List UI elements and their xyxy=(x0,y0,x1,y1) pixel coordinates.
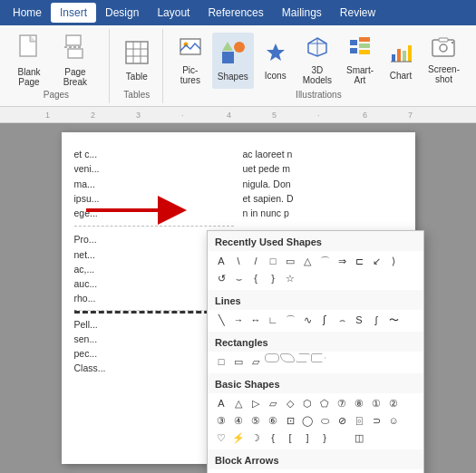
shape-star[interactable]: ☆ xyxy=(282,270,298,286)
svg-rect-28 xyxy=(432,40,454,56)
svg-marker-13 xyxy=(222,42,233,51)
basic-3[interactable]: ▷ xyxy=(248,395,264,411)
shape-line1[interactable]: \ xyxy=(230,253,247,269)
rect-3[interactable]: ▱ xyxy=(248,353,264,370)
shape-rounded-rect[interactable]: ▭ xyxy=(282,253,298,269)
icons-button[interactable]: Icons xyxy=(257,33,294,89)
screenshot-button[interactable]: Screen-shot xyxy=(423,33,465,89)
main-area: et c... veni... ma... ipsu... ege... Pro… xyxy=(0,123,476,473)
svg-rect-20 xyxy=(359,43,370,48)
basic-6[interactable]: ⬡ xyxy=(299,395,316,411)
basic-24[interactable]: ⚡ xyxy=(230,430,247,446)
icons-icon xyxy=(265,42,287,69)
shape-angle[interactable]: ⟩ xyxy=(385,253,402,269)
basic-12[interactable]: ③ xyxy=(213,412,229,429)
shape-brace-close[interactable]: } xyxy=(265,270,281,286)
line-dbl-arrow[interactable]: ↔ xyxy=(248,312,264,328)
basic-18[interactable]: ⬭ xyxy=(316,412,333,429)
shape-textbox[interactable]: A xyxy=(213,253,229,269)
basic-23[interactable]: ♡ xyxy=(213,430,229,446)
basic-8[interactable]: ⑦ xyxy=(334,395,350,411)
basic-10[interactable]: ① xyxy=(368,395,384,411)
shape-line2[interactable]: / xyxy=(248,253,264,269)
line-arc[interactable]: ⌢ xyxy=(334,312,350,328)
shape-callout[interactable]: ↙ xyxy=(368,253,384,269)
rect-5[interactable] xyxy=(280,353,295,362)
svg-rect-24 xyxy=(397,49,401,62)
shape-curve3[interactable]: ⌣ xyxy=(230,270,247,286)
basic-20[interactable]: ⌻ xyxy=(351,412,367,429)
rect-1[interactable]: □ xyxy=(213,353,229,370)
menu-layout[interactable]: Layout xyxy=(148,3,199,23)
table-button[interactable]: Table xyxy=(119,33,155,89)
rect-2[interactable]: ▭ xyxy=(230,353,247,370)
basic-16[interactable]: ⊡ xyxy=(282,412,298,429)
recently-used-title: Recently Used Shapes xyxy=(208,231,423,251)
rect-7[interactable] xyxy=(311,353,325,362)
basic-15[interactable]: ⑥ xyxy=(265,412,281,429)
shape-bracket[interactable]: ⊏ xyxy=(351,253,367,269)
basic-9[interactable]: ⑧ xyxy=(351,395,367,411)
basic-2[interactable]: △ xyxy=(230,395,247,411)
line-freeform[interactable]: 〜 xyxy=(385,312,402,328)
svg-rect-26 xyxy=(408,45,412,62)
basic-4[interactable]: ▱ xyxy=(265,395,281,411)
line-s[interactable]: S xyxy=(351,312,367,328)
smartart-icon xyxy=(349,36,371,63)
svg-rect-25 xyxy=(403,51,406,62)
basic-1[interactable]: A xyxy=(213,395,229,411)
smartart-button[interactable]: Smart-Art xyxy=(341,33,379,89)
basic-bracket1[interactable]: [ xyxy=(282,430,298,446)
basic-26[interactable]: ◫ xyxy=(351,430,367,446)
shape-brace-open[interactable]: { xyxy=(248,270,264,286)
shape-curve2[interactable]: ↺ xyxy=(213,270,229,286)
shape-arrow-right[interactable]: ⇒ xyxy=(334,253,350,269)
basic-13[interactable]: ④ xyxy=(230,412,247,429)
3d-models-button[interactable]: 3DModels xyxy=(297,33,337,89)
menu-references[interactable]: References xyxy=(199,3,272,23)
line-arrow[interactable]: → xyxy=(230,312,247,328)
blank-page-button[interactable]: BlankPage xyxy=(11,33,47,89)
line-straight[interactable]: ╲ xyxy=(213,312,229,328)
basic-brace2[interactable]: } xyxy=(316,430,333,446)
basic-bracket2[interactable]: ] xyxy=(299,430,316,446)
page-break-button[interactable]: Page Break xyxy=(49,33,102,89)
pages-group-label: Pages xyxy=(4,90,109,100)
basic-22[interactable]: ☺ xyxy=(385,412,402,429)
block-arrows-title: Block Arrows xyxy=(208,449,423,469)
line-scribble[interactable]: ʃ xyxy=(316,312,333,328)
rectangles-title: Rectangles xyxy=(208,332,423,352)
chart-button[interactable]: Chart xyxy=(383,33,419,89)
menu-review[interactable]: Review xyxy=(331,3,384,23)
rect-4[interactable] xyxy=(265,353,279,362)
basic-14[interactable]: ⑤ xyxy=(248,412,264,429)
red-arrow xyxy=(82,196,190,225)
shape-arc[interactable]: ⌒ xyxy=(316,253,333,269)
menu-insert[interactable]: Insert xyxy=(51,3,96,23)
line-wave[interactable]: ∫ xyxy=(368,312,384,328)
basic-space xyxy=(334,430,350,446)
shapes-button[interactable]: Shapes xyxy=(212,33,254,89)
basic-21[interactable]: ⊃ xyxy=(368,412,384,429)
menu-design[interactable]: Design xyxy=(96,3,148,23)
line-curve[interactable]: ∿ xyxy=(299,312,316,328)
menu-home[interactable]: Home xyxy=(4,3,51,23)
line-elbow2[interactable]: ⌒ xyxy=(282,312,298,328)
basic-19[interactable]: ⊘ xyxy=(334,412,350,429)
basic-25[interactable]: ☽ xyxy=(248,430,264,446)
menu-mailings[interactable]: Mailings xyxy=(273,3,331,23)
line-elbow[interactable]: ∟ xyxy=(265,312,281,328)
shape-rect[interactable]: □ xyxy=(265,253,281,269)
svg-rect-30 xyxy=(439,38,448,42)
basic-brace1[interactable]: { xyxy=(265,430,281,446)
shape-triangle[interactable]: △ xyxy=(299,253,316,269)
basic-11[interactable]: ② xyxy=(385,395,402,411)
shapes-icon xyxy=(221,41,245,70)
3d-models-icon xyxy=(306,36,328,63)
rectangles-shapes: □ ▭ ▱ xyxy=(208,352,423,373)
basic-7[interactable]: ⬠ xyxy=(316,395,333,411)
rect-6[interactable] xyxy=(296,353,310,362)
pictures-button[interactable]: Pic-tures xyxy=(172,33,209,89)
basic-17[interactable]: ◯ xyxy=(299,412,316,429)
basic-5[interactable]: ◇ xyxy=(282,395,298,411)
